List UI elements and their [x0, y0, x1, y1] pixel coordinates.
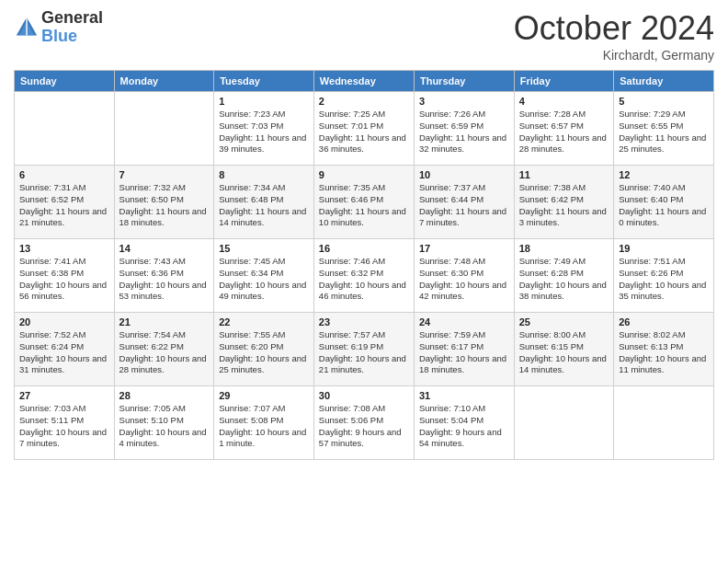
logo-icon [14, 15, 40, 40]
sunset-text: Sunset: 6:55 PM [619, 121, 683, 131]
day-detail: Sunrise: 7:03 AM Sunset: 5:11 PM Dayligh… [19, 403, 109, 450]
location: Kirchardt, Germany [514, 48, 714, 63]
day-detail: Sunrise: 8:00 AM Sunset: 6:15 PM Dayligh… [519, 329, 609, 376]
day-number: 26 [619, 316, 709, 327]
sunset-text: Sunset: 6:44 PM [419, 194, 483, 204]
daylight-text: Daylight: 10 hours and 7 minutes. [19, 427, 107, 449]
calendar-day-cell: 7 Sunrise: 7:32 AM Sunset: 6:50 PM Dayli… [114, 166, 214, 239]
calendar-week-row: 6 Sunrise: 7:31 AM Sunset: 6:52 PM Dayli… [15, 166, 714, 239]
daylight-text: Daylight: 10 hours and 35 minutes. [619, 280, 706, 302]
sunrise-text: Sunrise: 7:57 AM [319, 329, 385, 339]
sunrise-text: Sunrise: 8:00 AM [519, 329, 586, 339]
sunrise-text: Sunrise: 7:23 AM [219, 109, 285, 119]
daylight-text: Daylight: 9 hours and 57 minutes. [319, 427, 402, 449]
day-number: 18 [519, 243, 609, 254]
daylight-text: Daylight: 10 hours and 4 minutes. [119, 427, 207, 449]
daylight-text: Daylight: 10 hours and 53 minutes. [119, 280, 207, 302]
sunrise-text: Sunrise: 8:02 AM [619, 329, 685, 339]
logo: General Blue [14, 9, 103, 46]
sunset-text: Sunset: 6:59 PM [419, 121, 483, 131]
sunrise-text: Sunrise: 7:38 AM [519, 182, 586, 192]
sunset-text: Sunset: 6:28 PM [519, 268, 584, 278]
day-detail: Sunrise: 7:31 AM Sunset: 6:52 PM Dayligh… [19, 182, 109, 229]
calendar-day-header: Wednesday [313, 71, 414, 92]
calendar-day-cell [514, 386, 613, 460]
sunrise-text: Sunrise: 7:07 AM [219, 403, 285, 413]
daylight-text: Daylight: 10 hours and 31 minutes. [19, 353, 107, 375]
calendar-day-cell: 14 Sunrise: 7:43 AM Sunset: 6:36 PM Dayl… [114, 239, 214, 313]
month-title: October 2024 [514, 9, 714, 48]
calendar-day-cell: 25 Sunrise: 8:00 AM Sunset: 6:15 PM Dayl… [514, 313, 613, 386]
sunset-text: Sunset: 5:04 PM [419, 415, 483, 425]
calendar-day-cell: 20 Sunrise: 7:52 AM Sunset: 6:24 PM Dayl… [15, 313, 115, 386]
sunset-text: Sunset: 7:01 PM [319, 121, 383, 131]
day-number: 25 [519, 316, 609, 327]
calendar-day-cell: 22 Sunrise: 7:55 AM Sunset: 6:20 PM Dayl… [214, 313, 314, 386]
day-number: 5 [619, 96, 709, 107]
day-number: 4 [519, 96, 609, 107]
daylight-text: Daylight: 10 hours and 42 minutes. [419, 280, 506, 302]
sunset-text: Sunset: 6:50 PM [119, 194, 184, 204]
daylight-text: Daylight: 11 hours and 39 minutes. [219, 132, 306, 155]
title-block: October 2024 Kirchardt, Germany [514, 9, 714, 63]
day-detail: Sunrise: 7:35 AM Sunset: 6:46 PM Dayligh… [319, 182, 409, 229]
sunrise-text: Sunrise: 7:34 AM [219, 182, 285, 192]
sunrise-text: Sunrise: 7:52 AM [19, 329, 85, 339]
daylight-text: Daylight: 11 hours and 28 minutes. [519, 132, 607, 155]
sunrise-text: Sunrise: 7:05 AM [119, 403, 186, 413]
day-number: 30 [319, 390, 409, 401]
sunset-text: Sunset: 6:32 PM [319, 268, 383, 278]
sunset-text: Sunset: 6:22 PM [119, 341, 184, 351]
daylight-text: Daylight: 11 hours and 7 minutes. [419, 206, 506, 228]
day-number: 12 [619, 169, 709, 180]
sunset-text: Sunset: 6:38 PM [19, 268, 84, 278]
calendar-day-cell: 11 Sunrise: 7:38 AM Sunset: 6:42 PM Dayl… [514, 166, 613, 239]
day-detail: Sunrise: 7:52 AM Sunset: 6:24 PM Dayligh… [19, 329, 109, 376]
calendar-day-cell: 12 Sunrise: 7:40 AM Sunset: 6:40 PM Dayl… [614, 166, 714, 239]
sunset-text: Sunset: 6:26 PM [619, 268, 683, 278]
sunset-text: Sunset: 6:24 PM [19, 341, 84, 351]
sunset-text: Sunset: 6:19 PM [319, 341, 383, 351]
sunrise-text: Sunrise: 7:32 AM [119, 182, 186, 192]
daylight-text: Daylight: 10 hours and 18 minutes. [419, 353, 506, 375]
daylight-text: Daylight: 10 hours and 49 minutes. [219, 280, 306, 302]
day-number: 19 [619, 243, 709, 254]
day-number: 6 [19, 169, 109, 180]
calendar-day-cell: 17 Sunrise: 7:48 AM Sunset: 6:30 PM Dayl… [414, 239, 514, 313]
day-detail: Sunrise: 7:43 AM Sunset: 6:36 PM Dayligh… [119, 256, 210, 303]
sunset-text: Sunset: 6:15 PM [519, 341, 584, 351]
calendar-day-header: Monday [114, 71, 214, 92]
calendar-day-cell: 13 Sunrise: 7:41 AM Sunset: 6:38 PM Dayl… [15, 239, 115, 313]
sunset-text: Sunset: 6:17 PM [419, 341, 483, 351]
daylight-text: Daylight: 11 hours and 10 minutes. [319, 206, 406, 228]
sunrise-text: Sunrise: 7:40 AM [619, 182, 685, 192]
calendar-table: SundayMondayTuesdayWednesdayThursdayFrid… [14, 70, 714, 460]
calendar-day-cell: 5 Sunrise: 7:29 AM Sunset: 6:55 PM Dayli… [614, 92, 714, 166]
day-detail: Sunrise: 7:25 AM Sunset: 7:01 PM Dayligh… [319, 109, 409, 155]
day-detail: Sunrise: 7:10 AM Sunset: 5:04 PM Dayligh… [419, 403, 509, 450]
calendar-day-cell: 15 Sunrise: 7:45 AM Sunset: 6:34 PM Dayl… [214, 239, 314, 313]
day-detail: Sunrise: 7:45 AM Sunset: 6:34 PM Dayligh… [219, 256, 309, 303]
sunrise-text: Sunrise: 7:08 AM [319, 403, 385, 413]
daylight-text: Daylight: 11 hours and 25 minutes. [619, 132, 706, 155]
daylight-text: Daylight: 10 hours and 28 minutes. [119, 353, 207, 375]
logo-blue: Blue [41, 28, 103, 46]
day-detail: Sunrise: 7:48 AM Sunset: 6:30 PM Dayligh… [419, 256, 509, 303]
day-detail: Sunrise: 7:54 AM Sunset: 6:22 PM Dayligh… [119, 329, 210, 376]
day-number: 14 [119, 243, 210, 254]
calendar-day-cell: 16 Sunrise: 7:46 AM Sunset: 6:32 PM Dayl… [313, 239, 414, 313]
day-number: 31 [419, 390, 509, 401]
day-detail: Sunrise: 7:32 AM Sunset: 6:50 PM Dayligh… [119, 182, 210, 229]
daylight-text: Daylight: 10 hours and 1 minute. [219, 427, 306, 449]
day-number: 7 [119, 169, 210, 180]
sunrise-text: Sunrise: 7:51 AM [619, 256, 685, 266]
sunrise-text: Sunrise: 7:26 AM [419, 109, 485, 119]
calendar-day-cell: 26 Sunrise: 8:02 AM Sunset: 6:13 PM Dayl… [614, 313, 714, 386]
day-number: 9 [319, 169, 409, 180]
day-number: 11 [519, 169, 609, 180]
day-number: 28 [119, 390, 210, 401]
day-detail: Sunrise: 7:26 AM Sunset: 6:59 PM Dayligh… [419, 109, 509, 155]
calendar-day-cell: 30 Sunrise: 7:08 AM Sunset: 5:06 PM Dayl… [313, 386, 414, 460]
daylight-text: Daylight: 11 hours and 32 minutes. [419, 132, 506, 155]
day-number: 3 [419, 96, 509, 107]
